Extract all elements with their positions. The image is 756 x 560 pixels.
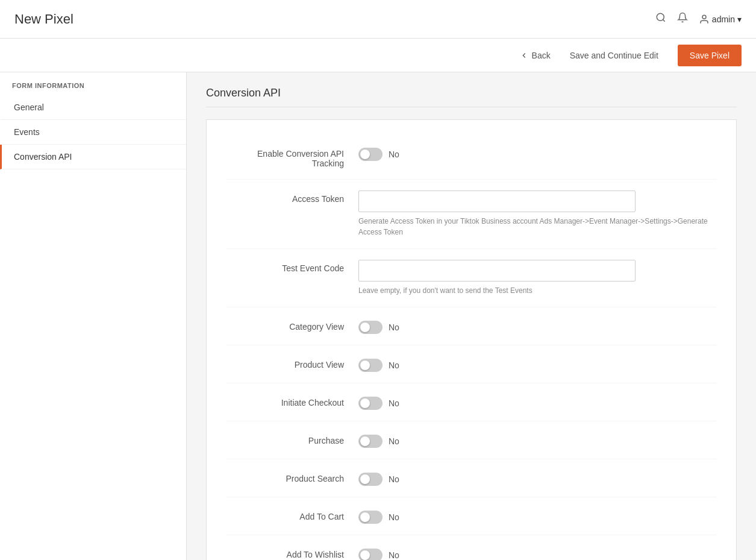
toggle-wrap: No	[358, 356, 717, 372]
toggle-track	[358, 549, 383, 560]
form-row-purchase: PurchaseNo	[226, 421, 717, 459]
sidebar-item-general[interactable]: General	[0, 95, 186, 120]
toggle-add-to-wishlist[interactable]	[358, 549, 383, 560]
toggle-track	[358, 397, 383, 410]
toggle-thumb	[360, 512, 370, 522]
sidebar-item-events[interactable]: Events	[0, 120, 186, 145]
toggle-value-label: No	[389, 398, 399, 408]
toggle-value-label: No	[389, 512, 399, 522]
form-row-access-token: Access TokenGenerate Access Token in you…	[226, 180, 717, 249]
field-label: Add To Wishlist	[226, 546, 358, 559]
form-fields: Enable Conversion API TrackingNoAccess T…	[226, 134, 717, 560]
toggle-value-label: No	[389, 550, 399, 560]
toggle-track	[358, 321, 383, 334]
toggle-track	[358, 359, 383, 372]
field-control-wrap: No	[358, 356, 717, 372]
form-row-add-to-cart: Add To CartNo	[226, 497, 717, 535]
field-label: Category View	[226, 318, 358, 332]
toggle-initiate-checkout[interactable]	[358, 397, 383, 410]
toggle-product-search[interactable]	[358, 473, 383, 486]
field-control-wrap: No	[358, 508, 717, 524]
toggle-wrap: No	[358, 318, 717, 334]
field-label: Add To Cart	[226, 508, 358, 521]
action-bar: Back Save and Continue Edit Save Pixel	[0, 39, 756, 72]
svg-point-2	[702, 15, 706, 19]
field-control-wrap: Leave empty, if you don't want to send t…	[358, 260, 717, 296]
text-input-access-token[interactable]	[358, 190, 636, 212]
save-continue-button[interactable]: Save and Continue Edit	[560, 46, 668, 65]
field-hint: Leave empty, if you don't want to send t…	[358, 285, 717, 296]
sidebar-nav: GeneralEventsConversion API	[0, 95, 186, 169]
toggle-thumb	[360, 360, 370, 370]
sidebar-section-title: FORM INFORMATION	[0, 72, 186, 95]
admin-username: admin	[712, 14, 735, 24]
main-content: Conversion API Enable Conversion API Tra…	[187, 72, 756, 560]
back-button[interactable]: Back	[520, 51, 551, 60]
field-label: Product View	[226, 356, 358, 370]
header-right: admin ▾	[655, 12, 742, 26]
field-control-wrap: No	[358, 546, 717, 560]
toggle-track	[358, 148, 383, 161]
toggle-wrap: No	[358, 546, 717, 560]
toggle-category-view[interactable]	[358, 321, 383, 334]
toggle-thumb	[360, 398, 370, 408]
field-control-wrap: No	[358, 432, 717, 448]
toggle-enable-conversion-api-tracking[interactable]	[358, 148, 383, 161]
field-label: Initiate Checkout	[226, 394, 358, 407]
form-row-product-view: Product ViewNo	[226, 345, 717, 383]
sidebar: FORM INFORMATION GeneralEventsConversion…	[0, 72, 187, 560]
chevron-down-icon: ▾	[737, 14, 742, 24]
form-row-category-view: Category ViewNo	[226, 307, 717, 345]
field-control-wrap: No	[358, 394, 717, 410]
form-row-enable-conversion-api-tracking: Enable Conversion API TrackingNo	[226, 134, 717, 180]
main-layout: FORM INFORMATION GeneralEventsConversion…	[0, 72, 756, 560]
toggle-wrap: No	[358, 470, 717, 486]
toggle-thumb	[360, 474, 370, 484]
section-title: Conversion API	[206, 87, 737, 107]
field-label: Enable Conversion API Tracking	[226, 145, 358, 168]
form-row-initiate-checkout: Initiate CheckoutNo	[226, 383, 717, 421]
toggle-wrap: No	[358, 508, 717, 524]
toggle-product-view[interactable]	[358, 359, 383, 372]
form-row-test-event-code: Test Event CodeLeave empty, if you don't…	[226, 249, 717, 307]
toggle-value-label: No	[389, 436, 399, 446]
field-hint: Generate Access Token in your Tiktok Bus…	[358, 216, 717, 238]
toggle-thumb	[360, 149, 370, 159]
toggle-value-label: No	[389, 474, 399, 484]
field-control-wrap: No	[358, 318, 717, 334]
toggle-add-to-cart[interactable]	[358, 511, 383, 524]
admin-user-menu[interactable]: admin ▾	[699, 14, 742, 25]
toggle-purchase[interactable]	[358, 435, 383, 448]
field-label: Test Event Code	[226, 260, 358, 273]
field-control-wrap: No	[358, 470, 717, 486]
toggle-thumb	[360, 550, 370, 560]
toggle-value-label: No	[389, 149, 399, 159]
toggle-value-label: No	[389, 322, 399, 332]
save-pixel-button[interactable]: Save Pixel	[678, 45, 742, 66]
form-row-add-to-wishlist: Add To WishlistNo	[226, 535, 717, 560]
field-control-wrap: Generate Access Token in your Tiktok Bus…	[358, 190, 717, 238]
form-card: Enable Conversion API TrackingNoAccess T…	[206, 119, 737, 560]
field-label: Product Search	[226, 470, 358, 483]
toggle-thumb	[360, 322, 370, 332]
toggle-wrap: No	[358, 394, 717, 410]
toggle-thumb	[360, 436, 370, 446]
toggle-track	[358, 435, 383, 448]
bell-icon[interactable]	[677, 12, 688, 26]
sidebar-item-conversion-api[interactable]: Conversion API	[0, 145, 186, 169]
field-control-wrap: No	[358, 145, 717, 161]
toggle-wrap: No	[358, 432, 717, 448]
text-input-test-event-code[interactable]	[358, 260, 636, 282]
page-title: New Pixel	[14, 11, 73, 27]
toggle-track	[358, 473, 383, 486]
top-header: New Pixel admin ▾	[0, 0, 756, 39]
form-row-product-search: Product SearchNo	[226, 459, 717, 497]
field-label: Purchase	[226, 432, 358, 445]
svg-line-1	[663, 19, 664, 21]
toggle-track	[358, 511, 383, 524]
field-label: Access Token	[226, 190, 358, 204]
svg-point-0	[657, 13, 664, 20]
search-icon[interactable]	[655, 12, 666, 26]
toggle-wrap: No	[358, 145, 717, 161]
toggle-value-label: No	[389, 360, 399, 370]
